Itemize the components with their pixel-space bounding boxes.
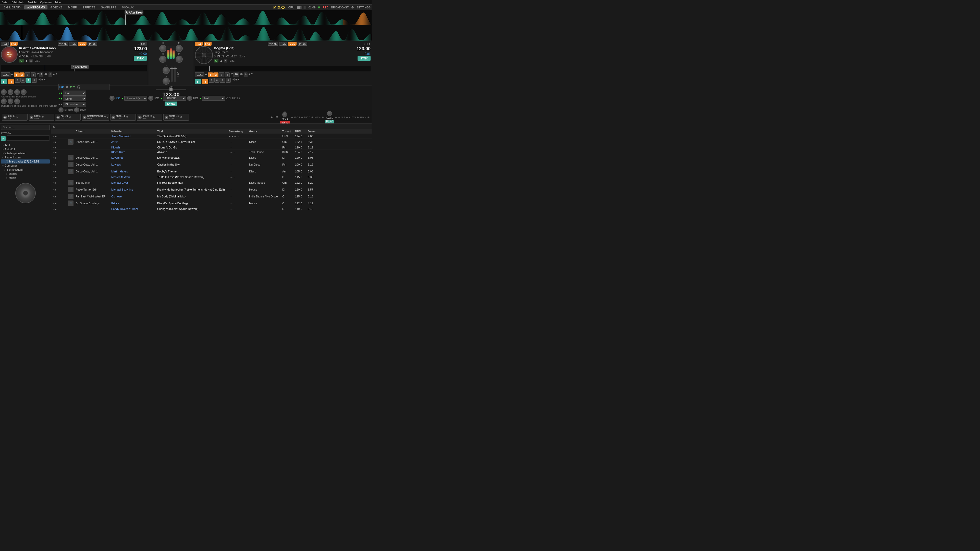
fx2-knob[interactable] [110, 96, 115, 101]
col-header-icon[interactable] [51, 130, 66, 133]
low-knob-a[interactable] [162, 67, 170, 74]
tab-waveforms[interactable]: WAVEFORMS [24, 5, 48, 10]
mid-knob-b[interactable] [176, 56, 183, 63]
fx-knob-a3[interactable] [14, 89, 20, 95]
col-header-duration[interactable]: Dauer [306, 130, 319, 133]
high-knob-a[interactable] [159, 45, 166, 52]
sampler-perc01-m[interactable]: M ▾ [104, 116, 108, 119]
sidebar-misc[interactable]: 🎵 Misc tracks (27) 2:42:52 [1, 159, 50, 164]
deck-a-beats-grid-2[interactable]: 8 [48, 73, 52, 77]
track-row-11[interactable]: ♪ ▶ 🎵 Dr. Space Bootlegs Prince Kiss (Dr… [51, 200, 372, 207]
track-row-4[interactable]: ♪ ▶ 🎵 Disco Cuts, Vol. 1 Lovebirds Donwa… [51, 154, 372, 161]
fader-b[interactable] [174, 67, 176, 82]
fx2-select[interactable]: Param EQ [124, 96, 147, 101]
deck-b-sync[interactable]: SYNC [358, 56, 371, 61]
col-header-rating[interactable]: Bewertung [227, 130, 248, 133]
deck-a-sync[interactable]: SYNC [134, 56, 147, 61]
fx3-select[interactable]: LR8 ISO [163, 96, 186, 101]
deck-a-prev-icon[interactable]: |◀ [40, 78, 43, 84]
aux-add3[interactable]: + [357, 115, 359, 119]
menu-optionen[interactable]: Optionen [40, 1, 52, 4]
fx-knob-a2[interactable] [8, 89, 13, 95]
deck-b-hotcue-7[interactable]: 7 [220, 78, 225, 83]
deck-a-rel[interactable]: REL [69, 42, 77, 46]
track-row-7[interactable]: ♪ ▶ Master At Work To Be In Love (Secret… [51, 175, 372, 179]
deck-a-left-arrow[interactable]: ◀ [11, 73, 13, 77]
broadcast-label[interactable]: BROADCAST [331, 6, 348, 9]
sampler-hat10-m[interactable]: M [68, 116, 71, 119]
deck-b-hotcue-5[interactable]: 5 [209, 78, 214, 83]
col-header-artist[interactable]: Künstler [110, 130, 156, 133]
fx1-close[interactable]: ✕ [65, 85, 68, 89]
deck-b-next-icon[interactable]: ▶| [238, 78, 240, 84]
col-header-cover[interactable] [66, 130, 74, 133]
deck-b-fx1[interactable]: FX1 [195, 42, 203, 46]
sampler-snap11-play[interactable]: ▶ [111, 116, 115, 119]
fx-knob-a7[interactable] [14, 98, 20, 104]
fx-knob-a1[interactable] [1, 89, 6, 95]
menu-hilfe[interactable]: Hilfe [55, 1, 61, 4]
aux-add4[interactable]: + [368, 115, 369, 119]
mic1-knob2[interactable] [282, 112, 287, 117]
tab-mixer[interactable]: MIXER [65, 5, 80, 10]
preview-play[interactable]: ▶ [1, 136, 6, 141]
deck-b-cue-btn[interactable]: CUE [288, 42, 297, 46]
deck-b-hotcue-8[interactable]: 8 [226, 78, 231, 83]
deck-a-hotcue-5[interactable]: 5 [15, 78, 20, 83]
menu-datei[interactable]: Datei [2, 1, 8, 4]
deck-a-fx1[interactable]: FX1 [1, 42, 9, 46]
deck-a-hotcue-4[interactable]: 4 [30, 73, 36, 77]
sidebar-titel[interactable]: ▷ Titel [1, 143, 50, 147]
track-row-5[interactable]: ♪ ▶ 🎵 Disco Cuts, Vol. 1 Luvless Castles… [51, 161, 372, 168]
tab-big-library[interactable]: BIG LIBRARY [1, 5, 24, 10]
aux-add2[interactable]: + [346, 115, 348, 119]
fx3-enable[interactable]: ● [161, 97, 162, 100]
deck-a-pass[interactable]: PASS [88, 42, 97, 46]
fx1-bit-on[interactable]: ● [59, 103, 60, 106]
crossfader[interactable] [156, 89, 186, 90]
deck-a-cue-button[interactable]: CUE [1, 73, 11, 77]
fx1-bit-knob[interactable] [59, 107, 64, 113]
sampler-snare15-m[interactable]: M [180, 116, 182, 119]
mic-add4[interactable]: + [321, 115, 324, 119]
sidebar-computer[interactable]: ▽ Computer [1, 164, 50, 168]
sidebar-schnell[interactable]: ▷ Schnellzugriff [1, 168, 50, 171]
track-row-10[interactable]: ♪ ▶ 🎵 Far East / Wild West EP Osmose My … [51, 193, 372, 200]
sampler-hat02-play[interactable]: ▶ [30, 116, 33, 119]
sidebar-platten[interactable]: ▽ Plattenkisten [1, 156, 50, 159]
sampler-hat10-play[interactable]: ▶ [56, 116, 60, 119]
fx4-select[interactable]: Hall [202, 96, 225, 101]
deck-a-hotcue-6[interactable]: 6 [21, 78, 25, 83]
deck-a-cue-btn[interactable]: CUE [78, 42, 86, 46]
deck-a-hotcue-3[interactable]: 3 [25, 73, 30, 77]
settings-icon[interactable]: ⚙ [351, 6, 354, 9]
fx-knob-a5[interactable] [1, 98, 6, 104]
deck-b-left-arrow[interactable]: ◀ [205, 73, 207, 77]
sampler-snare28-m[interactable]: M [153, 116, 155, 119]
fx4-knob[interactable] [187, 96, 192, 101]
sampler-snap11-m[interactable]: M [126, 116, 128, 119]
high-knob-b[interactable] [159, 56, 166, 63]
deck-b-hotcue-2[interactable]: 2 [213, 73, 218, 77]
fx1-echo-select[interactable]: Echo [63, 96, 86, 101]
settings-label[interactable]: SETTINGS [356, 6, 371, 9]
mic-add2[interactable]: + [301, 115, 303, 119]
deck-b-loop-size[interactable]: 16 [233, 73, 239, 77]
deck-b-hotcue-3[interactable]: 3 [219, 73, 224, 77]
fx1-hall-enable[interactable]: ■ [61, 92, 62, 94]
deck-b-beats-grid-2[interactable]: 4 [244, 73, 248, 77]
mic-add1[interactable]: + [291, 115, 293, 119]
deck-b-rel[interactable]: REL [279, 42, 287, 46]
search-input[interactable] [1, 125, 50, 130]
sampler-snare28-play[interactable]: ▶ [138, 116, 142, 119]
deck-a-fx2[interactable]: FX2 [10, 42, 18, 46]
fx1-down-knob[interactable] [74, 107, 79, 113]
sidebar-autodj[interactable]: ▷ Auto-DJ [1, 147, 50, 151]
aux-add1[interactable]: + [335, 115, 337, 119]
aux1-play[interactable]: PLAY [325, 120, 334, 124]
deck-a-hotcue-2[interactable]: 2 [19, 73, 24, 77]
mid-knob-a[interactable] [176, 45, 183, 52]
sampler-hat02-m[interactable]: M [42, 116, 44, 119]
deck-b-prev-icon[interactable]: |◀ [234, 78, 237, 84]
track-row-6[interactable]: ♪ ▶ 🎵 Disco Cuts, Vol. 1 Martin Hayes Bo… [51, 168, 372, 175]
